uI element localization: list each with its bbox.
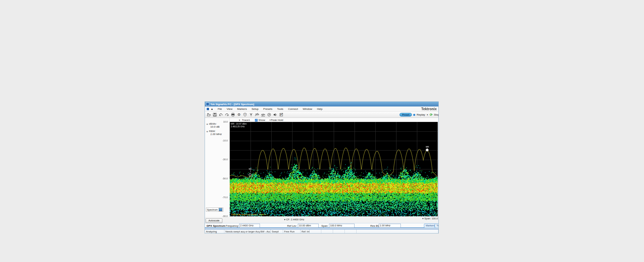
- undo-icon[interactable]: [218, 112, 223, 117]
- db-div-label: dB/div:: [209, 122, 217, 125]
- window-title: Tek SignalVu PC - [DPX Spectrum]: [210, 103, 254, 106]
- frequency-input[interactable]: 2.4400 GHz: [239, 224, 260, 228]
- warmup-warning-text[interactable]: Data from warm-up period... More>>: [231, 213, 267, 216]
- open-file-icon[interactable]: [206, 112, 211, 117]
- y-tick--30.0: -30.0: [218, 158, 228, 161]
- acquisition-flag-icon[interactable]: P: [279, 112, 284, 117]
- span-input[interactable]: 100.0 MHz: [329, 224, 355, 228]
- menu-tools[interactable]: Tools: [275, 107, 286, 111]
- replay-dropdown-icon[interactable]: ▼: [426, 114, 428, 116]
- title-bar[interactable]: Tek SignalVu PC - [DPX Spectrum]: [205, 102, 438, 106]
- print-icon[interactable]: [230, 112, 235, 117]
- dial-icon[interactable]: [267, 112, 272, 117]
- status-needs-swept-acq-or-larger-acq-bw-acquire-da: Needs swept acq or larger Acq BW - Acqui…: [224, 229, 271, 233]
- db-div-value[interactable]: 10.0 dB: [210, 125, 220, 128]
- trace-button[interactable]: Trace: [435, 224, 439, 228]
- desktop: { "window": { "title": "Tek SignalVu PC …: [0, 0, 644, 262]
- trace-selector[interactable]: Trace1: [242, 119, 250, 122]
- menu-window[interactable]: Window: [300, 107, 314, 111]
- toolbar-right-group: Preset Replay ▼ ⟳ Stop: [399, 112, 439, 118]
- show-checkbox[interactable]: ✓: [255, 119, 258, 122]
- y-tick--10.0: -10.0: [218, 139, 228, 142]
- menu-presets[interactable]: Presets: [261, 107, 275, 111]
- svg-text:T: T: [245, 114, 246, 116]
- res-bw-input[interactable]: 1.00 MHz: [379, 224, 401, 228]
- app-menu-icon[interactable]: ▲: [211, 107, 213, 111]
- spectrum-antenna-icon[interactable]: [249, 112, 254, 117]
- redo-icon[interactable]: [224, 112, 229, 117]
- menu-help[interactable]: Help: [315, 107, 325, 111]
- status-empty-cell: [310, 229, 321, 233]
- y-tick-10.0: 10.0: [218, 121, 228, 123]
- display-selector-dropdown[interactable]: Spectrum: [206, 208, 223, 212]
- menu-connect[interactable]: Connect: [286, 107, 301, 111]
- svg-text:P: P: [280, 113, 282, 116]
- amplitude-shield-icon[interactable]: T: [243, 112, 248, 117]
- trace-dropdown-icon[interactable]: ▼: [238, 119, 240, 121]
- status-empty-cell: [345, 229, 357, 233]
- db-div-bullet[interactable]: ✚: [206, 123, 208, 126]
- span-readout[interactable]: ◆ Span: 100.0 MHz: [422, 217, 439, 220]
- status-analyzing: Analyzing: [205, 229, 224, 233]
- ref-lev-label: Ref Lev: [287, 224, 297, 227]
- preset-button[interactable]: Preset: [399, 113, 412, 117]
- app-icon: [206, 102, 209, 106]
- replay-status-icon: [413, 114, 415, 116]
- menu-bar: ▲ FileViewMarkersSetupPresetsToolsConnec…: [205, 106, 438, 112]
- trace-waveform-icon[interactable]: [261, 112, 266, 117]
- settings-icon[interactable]: ⚙: [236, 112, 241, 117]
- autoscale-button[interactable]: Autoscale: [206, 218, 222, 223]
- stop-icon[interactable]: ⟳: [430, 113, 432, 117]
- save-icon[interactable]: [212, 112, 217, 117]
- status-empty-cell: [357, 229, 438, 233]
- rbw-label: RBW:: [209, 130, 215, 133]
- marker-mr-label: MR: [425, 146, 429, 148]
- rbw-value[interactable]: 1.00 MHz: [210, 133, 222, 136]
- menu-markers[interactable]: Markers: [235, 107, 249, 111]
- status-empty-cell: [321, 229, 333, 233]
- status-free-run: Free Run: [283, 229, 301, 233]
- dpx-bitmap[interactable]: [230, 122, 438, 216]
- markers-trace-icon[interactable]: [255, 112, 260, 117]
- tektronix-logo: Tektronix: [421, 107, 437, 111]
- status-swept: Swept: [271, 229, 283, 233]
- window-menu-icon[interactable]: [206, 107, 209, 111]
- status-bar: AnalyzingNeeds swept acq or larger Acq B…: [205, 229, 438, 233]
- status-ref-int: Ref: Int: [301, 229, 310, 233]
- menu-setup[interactable]: Setup: [249, 107, 261, 111]
- center-frequency-readout[interactable]: ◆ CF: 2.4400 GHz: [284, 218, 304, 221]
- marker-readout: MR: -19.97 dBm 2.481125 GHz: [231, 123, 247, 128]
- ref-lev-input[interactable]: 10.00 dBm: [298, 224, 319, 228]
- frequency-label: Frequency: [226, 224, 238, 227]
- menu-file[interactable]: File: [215, 107, 224, 111]
- rbw-bullet[interactable]: ✚: [206, 130, 208, 133]
- app-window: Tek SignalVu PC - [DPX Spectrum] ▲ FileV…: [205, 101, 439, 233]
- stop-button[interactable]: Stop: [434, 113, 439, 116]
- settings-bar: DPX Spectrum Frequency 2.4400 GHz Ref Le…: [205, 223, 438, 228]
- span-label: Span: [321, 224, 328, 227]
- menu-view[interactable]: View: [224, 107, 235, 111]
- spectrum-thumbnail-icon: [219, 208, 222, 211]
- spectrum-plot: MR: -19.97 dBm 2.481125 GHz Data from wa…: [230, 122, 438, 216]
- replay-button[interactable]: Replay: [417, 113, 425, 116]
- y-tick--90.0: -90.0: [218, 215, 228, 217]
- marker-m1-label: M1: [249, 168, 252, 170]
- peak-hold-label[interactable]: +Peak Hold: [269, 119, 283, 122]
- y-tick--50.0: -50.0: [218, 177, 228, 180]
- svg-text:⚙: ⚙: [237, 113, 241, 117]
- show-label: Show: [259, 119, 265, 122]
- audio-icon[interactable]: [273, 112, 278, 117]
- y-tick--70.0: -70.0: [218, 196, 228, 199]
- mode-label: DPX Spectrum: [207, 224, 225, 227]
- status-empty-cell: [333, 229, 345, 233]
